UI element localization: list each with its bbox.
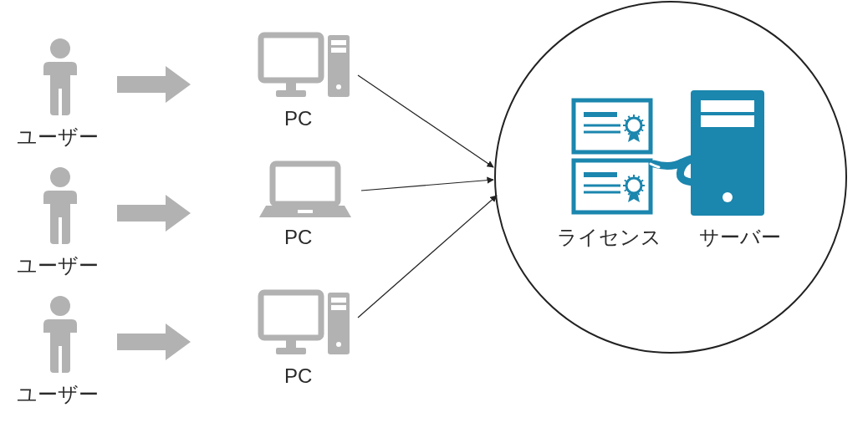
svg-rect-37 (584, 172, 617, 177)
svg-rect-7 (331, 40, 346, 45)
svg-rect-17 (331, 305, 346, 310)
svg-rect-55 (701, 115, 754, 127)
svg-rect-13 (286, 338, 296, 348)
license-label: ライセンス (557, 224, 661, 251)
svg-rect-54 (701, 100, 754, 112)
svg-rect-12 (261, 293, 321, 338)
svg-point-1 (50, 167, 70, 187)
connection-arrow (358, 196, 497, 318)
svg-rect-14 (276, 348, 306, 354)
svg-rect-20 (584, 112, 617, 117)
arrow-icon (117, 195, 191, 232)
svg-point-18 (336, 342, 341, 347)
svg-point-0 (50, 38, 70, 59)
svg-rect-4 (286, 80, 296, 90)
desktop-pc-icon (261, 293, 350, 354)
user2-label: ユーザー (17, 252, 99, 279)
connection-arrow (358, 75, 493, 167)
user-icon (43, 296, 77, 373)
svg-point-56 (722, 192, 733, 202)
svg-rect-16 (331, 298, 346, 303)
arrow-icon (117, 66, 191, 103)
user1-label: ユーザー (17, 124, 99, 150)
svg-rect-5 (276, 90, 306, 97)
diagram-svg (0, 0, 868, 438)
svg-rect-10 (273, 164, 338, 204)
desktop-pc-icon (261, 35, 350, 97)
svg-point-23 (626, 118, 641, 133)
svg-point-40 (626, 178, 641, 193)
svg-point-2 (50, 296, 70, 316)
svg-rect-3 (261, 35, 321, 80)
server-group-circle (495, 2, 846, 353)
connection-arrow (361, 180, 493, 191)
pc1-label: PC (284, 107, 312, 130)
server-icon (691, 90, 764, 216)
arrow-icon (117, 323, 191, 360)
pc2-label: PC (284, 226, 312, 249)
svg-rect-8 (331, 48, 346, 53)
server-label: サーバー (699, 224, 781, 251)
license-card-icon (574, 100, 651, 152)
laptop-pc-icon (259, 164, 351, 217)
user-icon (43, 38, 77, 115)
svg-point-9 (336, 84, 341, 89)
user3-label: ユーザー (17, 381, 99, 408)
diagram-stage: ユーザー ユーザー ユーザー PC PC PC ライセンス サーバー (0, 0, 868, 438)
license-card-icon (574, 160, 651, 212)
svg-rect-11 (298, 210, 313, 213)
user-icon (43, 167, 77, 244)
pc3-label: PC (284, 364, 312, 388)
